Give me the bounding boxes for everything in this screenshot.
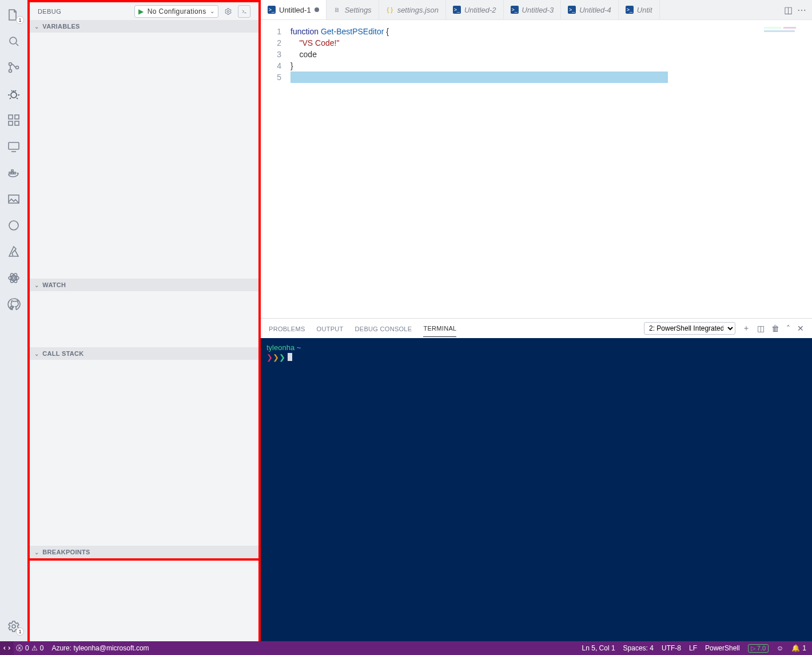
tab-untitled-2[interactable]: >_Untitled-2 bbox=[446, 0, 504, 19]
terminal-selector[interactable]: 2: PowerShell Integrated Con bbox=[644, 322, 735, 335]
svg-point-1 bbox=[9, 63, 12, 66]
line-gutter: 12345 bbox=[261, 20, 290, 318]
svg-rect-8 bbox=[15, 121, 19, 125]
remote-indicator[interactable] bbox=[0, 641, 14, 655]
gear-icon[interactable] bbox=[222, 5, 234, 18]
tab-label: Untit bbox=[637, 6, 652, 14]
split-terminal-icon[interactable]: ◫ bbox=[757, 324, 765, 333]
chevron-down-icon: ⌄ bbox=[210, 8, 214, 14]
tab-output[interactable]: OUTPUT bbox=[317, 320, 344, 337]
section-variables-body bbox=[30, 33, 258, 279]
chevron-down-icon: ⌄ bbox=[34, 282, 39, 288]
bottom-panel: PROBLEMS OUTPUT DEBUG CONSOLE TERMINAL 2… bbox=[261, 318, 812, 641]
extensions-icon[interactable] bbox=[0, 109, 27, 132]
svg-rect-7 bbox=[9, 121, 13, 125]
error-icon: ⓧ bbox=[16, 644, 23, 653]
line-number: 2 bbox=[261, 37, 281, 49]
source-control-icon[interactable] bbox=[0, 56, 27, 79]
github-icon[interactable] bbox=[0, 293, 27, 316]
status-spaces[interactable]: Spaces: 4 bbox=[623, 644, 654, 652]
search-icon[interactable] bbox=[0, 30, 27, 53]
tab-untitled-3[interactable]: >_Untitled-3 bbox=[504, 0, 562, 19]
svg-rect-9 bbox=[9, 142, 19, 149]
ps-icon: ▷ bbox=[751, 645, 755, 652]
editor-area: >_Untitled-1🗎Settings{ }settings.json>_U… bbox=[261, 0, 812, 641]
status-language[interactable]: PowerShell bbox=[705, 644, 740, 652]
line-number: 5 bbox=[261, 72, 281, 83]
chevron-down-icon: ⌄ bbox=[34, 23, 39, 30]
status-encoding[interactable]: UTF-8 bbox=[662, 644, 681, 652]
status-eol[interactable]: LF bbox=[689, 644, 697, 652]
tab-untitled-4[interactable]: >_Untitled-4 bbox=[561, 0, 619, 19]
kill-terminal-icon[interactable]: 🗑 bbox=[771, 324, 779, 333]
panel-tabs: PROBLEMS OUTPUT DEBUG CONSOLE TERMINAL 2… bbox=[261, 319, 812, 338]
code-line: "VS Code!" bbox=[290, 37, 812, 49]
svg-point-4 bbox=[11, 92, 17, 98]
minimap[interactable] bbox=[764, 27, 807, 38]
tab-problems[interactable]: PROBLEMS bbox=[269, 320, 305, 337]
code-content: function Get-BestPSEditor { "VS Code!" c… bbox=[290, 20, 812, 318]
tab-untit[interactable]: >_Untit bbox=[619, 0, 660, 19]
section-callstack-body bbox=[30, 360, 258, 546]
svg-point-0 bbox=[10, 37, 17, 44]
chevron-down-icon: ⌄ bbox=[34, 549, 39, 555]
status-feedback-icon[interactable]: ☺ bbox=[777, 644, 783, 652]
play-icon: ▶ bbox=[138, 7, 144, 15]
settings-gear-icon[interactable]: 1 bbox=[0, 615, 27, 638]
close-panel-icon[interactable]: ✕ bbox=[797, 324, 804, 333]
chevron-down-icon: ⌄ bbox=[34, 351, 39, 357]
terminal-path: ~ bbox=[297, 343, 301, 352]
circle-icon[interactable] bbox=[0, 214, 27, 237]
tab-label: settings.json bbox=[397, 6, 439, 14]
debug-console-icon[interactable] bbox=[238, 5, 250, 18]
tab-settings[interactable]: 🗎Settings bbox=[327, 0, 379, 19]
svg-rect-10 bbox=[9, 172, 11, 174]
maximize-panel-icon[interactable]: ˄ bbox=[786, 324, 790, 333]
azure-icon[interactable] bbox=[0, 240, 27, 263]
picture-icon[interactable] bbox=[0, 188, 27, 211]
svg-point-21 bbox=[227, 10, 229, 13]
status-azure[interactable]: Azure: tyleonha@microsoft.com bbox=[51, 644, 149, 652]
terminal[interactable]: tyleonha ~ ❯❯❯ bbox=[261, 338, 812, 641]
sidebar-header: DEBUG ▶ No Configurations ⌄ bbox=[30, 0, 258, 20]
debug-sidebar: DEBUG ▶ No Configurations ⌄ ⌄VARIABLES bbox=[27, 0, 261, 641]
status-psversion[interactable]: ▷ 7.0 bbox=[748, 644, 769, 653]
new-terminal-icon[interactable]: ＋ bbox=[742, 323, 750, 334]
section-breakpoints[interactable]: ⌄BREAKPOINTS bbox=[30, 546, 258, 558]
line-number: 3 bbox=[261, 49, 281, 60]
svg-rect-5 bbox=[9, 115, 13, 119]
section-variables[interactable]: ⌄VARIABLES bbox=[30, 20, 258, 33]
svg-point-2 bbox=[9, 70, 12, 73]
editor-tabs: >_Untitled-1🗎Settings{ }settings.json>_U… bbox=[261, 0, 812, 20]
more-icon[interactable]: ⋯ bbox=[797, 5, 806, 15]
section-breakpoints-body bbox=[30, 558, 258, 561]
section-watch[interactable]: ⌄WATCH bbox=[30, 279, 258, 291]
tab-debug-console[interactable]: DEBUG CONSOLE bbox=[355, 320, 412, 337]
explorer-icon[interactable]: 1 bbox=[0, 3, 27, 26]
bell-icon: 🔔 bbox=[791, 644, 800, 652]
tabs-overflow: ◫ ⋯ bbox=[778, 0, 812, 19]
tab-terminal[interactable]: TERMINAL bbox=[423, 320, 456, 337]
status-errors[interactable]: ⓧ0 ⚠0 bbox=[16, 644, 43, 653]
svg-rect-13 bbox=[11, 170, 13, 172]
svg-point-20 bbox=[12, 625, 15, 628]
line-number: 4 bbox=[261, 60, 281, 72]
remote-icon[interactable] bbox=[0, 135, 27, 158]
debug-config-dropdown[interactable]: ▶ No Configurations ⌄ bbox=[134, 5, 218, 18]
code-editor[interactable]: 12345 function Get-BestPSEditor { "VS Co… bbox=[261, 20, 812, 318]
section-callstack[interactable]: ⌄CALL STACK bbox=[30, 347, 258, 360]
status-lncol[interactable]: Ln 5, Col 1 bbox=[582, 644, 615, 652]
debug-icon[interactable] bbox=[0, 82, 27, 105]
line-number: 1 bbox=[261, 26, 281, 37]
tab-untitled-1[interactable]: >_Untitled-1 bbox=[261, 0, 327, 19]
powershell-icon: >_ bbox=[568, 6, 576, 14]
svg-rect-6 bbox=[15, 115, 19, 119]
docker-icon[interactable] bbox=[0, 161, 27, 184]
activity-bar: 1 1 bbox=[0, 0, 27, 641]
tab-settings-json[interactable]: { }settings.json bbox=[379, 0, 446, 19]
status-bell[interactable]: 🔔1 bbox=[791, 644, 806, 652]
tab-label: Untitled-1 bbox=[279, 6, 311, 14]
split-editor-icon[interactable]: ◫ bbox=[784, 5, 793, 15]
svg-rect-11 bbox=[11, 172, 13, 174]
atom-icon[interactable] bbox=[0, 267, 27, 289]
